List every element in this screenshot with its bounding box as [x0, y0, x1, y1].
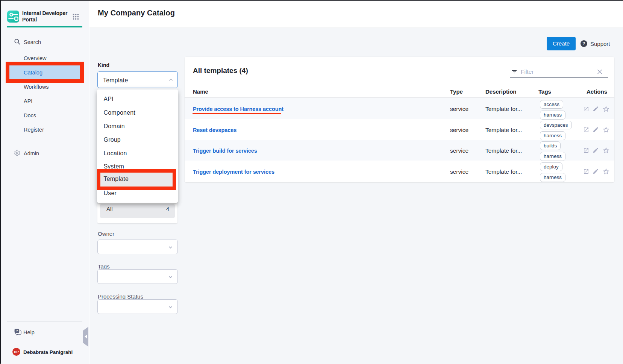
svg-text:?: ? — [16, 329, 18, 333]
